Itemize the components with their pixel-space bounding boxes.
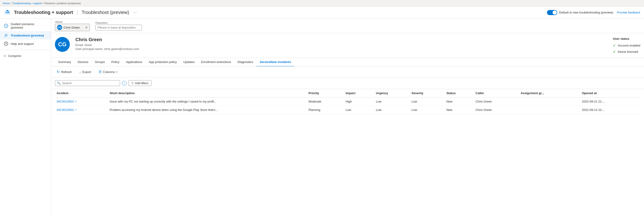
cell-assignment-0 xyxy=(519,97,580,106)
cell-severity-0: Low xyxy=(410,97,444,106)
user-status-right: User status ✓ Account enabled ✓ Intune l… xyxy=(613,37,640,54)
columns-label: Columns xyxy=(103,70,115,74)
guided-scenarios-icon xyxy=(4,23,8,28)
search-input[interactable] xyxy=(62,81,109,85)
tab-summary[interactable]: Summary xyxy=(55,58,74,66)
tab-app-protection[interactable]: App protection policy xyxy=(146,58,180,66)
search-input-wrap[interactable]: 🔍 xyxy=(55,80,120,86)
toolbar: ↻ Refresh ↓ Export ☰ Columns ▾ xyxy=(51,66,644,77)
tab-diagnostics[interactable]: Diagnostics xyxy=(234,58,256,66)
header-divider: | xyxy=(77,10,78,15)
sidebar-label-guided: Guided scenarios (preview) xyxy=(11,22,47,29)
add-filters-button[interactable]: ▽ Add filters xyxy=(128,80,152,86)
search-icon: 🔍 xyxy=(57,81,61,85)
collapse-toggle[interactable]: « Comprimi xyxy=(0,52,51,60)
cell-description-0: Issue with my PC not starting up correct… xyxy=(108,97,307,106)
device-filter-input[interactable] xyxy=(96,25,142,30)
sidebar-label-help: Help and support xyxy=(11,42,34,45)
export-button[interactable]: ↓ Export xyxy=(78,69,93,75)
provide-feedback-link[interactable]: Provide feedback xyxy=(617,11,640,14)
device-field-group: Dispositivo xyxy=(96,21,142,30)
col-status: Status xyxy=(444,89,474,97)
breadcrumb-current: Risolvere i problemi (anteprima) xyxy=(44,2,81,5)
header-subtitle: Troubleshoot (preview) xyxy=(82,10,129,15)
table-body: INC0010003 ↗ Issue with my PC not starti… xyxy=(55,97,640,114)
tab-updates[interactable]: Updates xyxy=(180,58,198,66)
user-chip-clear[interactable]: ✕ xyxy=(85,26,88,29)
status-account-label: Account enabled xyxy=(618,44,640,47)
cell-caller-0: Chris Green xyxy=(474,97,519,106)
tabs-bar: Summary Devices Groups Policy Applicatio… xyxy=(51,58,644,66)
cell-opened-0: 2022-09-21 21:... xyxy=(580,97,640,106)
cell-caller-1: Chris Green xyxy=(474,106,519,114)
incident-link-0[interactable]: INC0010003 ↗ xyxy=(57,100,106,103)
user-chip[interactable]: CG Chris Green ✕ xyxy=(55,24,90,31)
breadcrumb-bar: Home / Troubleshooting + support / Risol… xyxy=(0,0,644,6)
more-options-button[interactable]: ··· xyxy=(134,10,137,15)
refresh-button[interactable]: ↻ Refresh xyxy=(55,69,74,75)
tab-groups[interactable]: Groups xyxy=(92,58,108,66)
cell-status-0: New xyxy=(444,97,474,106)
export-label: Export xyxy=(82,70,91,74)
col-opened: Opened at xyxy=(580,89,640,97)
col-urgency: Urgency xyxy=(374,89,410,97)
columns-button[interactable]: ☰ Columns ▾ xyxy=(97,69,119,75)
cell-incident-1: INC0010002 ↗ xyxy=(55,106,108,114)
header-right: Default to new troubleshooting (preview)… xyxy=(547,10,640,15)
table-row: INC0010002 ↗ Problem accessing my Androi… xyxy=(55,106,640,114)
search-section: 🔍 i ▽ Add filters xyxy=(51,77,644,89)
external-link-icon-0: ↗ xyxy=(75,100,76,103)
help-icon: ? xyxy=(4,41,8,46)
user-upn: User principal name: chris.green@contoso… xyxy=(76,47,607,51)
tab-devices[interactable]: Devices xyxy=(74,58,92,66)
col-priority: Priority xyxy=(307,89,344,97)
tab-policy[interactable]: Policy xyxy=(108,58,123,66)
check-icon-intune: ✓ xyxy=(613,49,616,54)
header-title: Troubleshooting + support xyxy=(14,10,73,15)
col-assignment: Assignment gr... xyxy=(519,89,580,97)
cell-urgency-0: Low xyxy=(374,97,410,106)
tab-enrollment[interactable]: Enrollment restrictions xyxy=(198,58,234,66)
user-field-label: Utente xyxy=(55,20,90,23)
external-link-icon-1: ↗ xyxy=(75,109,76,111)
sort-icon-incident[interactable]: ↓ xyxy=(69,92,70,95)
breadcrumb-home[interactable]: Home xyxy=(3,2,10,5)
user-avatar: CG xyxy=(55,37,70,52)
breadcrumb-troubleshooting[interactable]: Troubleshooting + support xyxy=(12,2,42,5)
sidebar-item-troubleshoot[interactable]: Troubleshoot (preview) xyxy=(0,31,51,39)
content-area: Utente CG Chris Green ✕ Dispositivo CG C… xyxy=(51,18,644,216)
add-filters-label: Add filters xyxy=(135,81,148,85)
collapse-label: Comprimi xyxy=(8,54,21,58)
refresh-label: Refresh xyxy=(61,70,72,74)
sidebar-item-guided-scenarios[interactable]: Guided scenarios (preview) xyxy=(0,20,51,31)
cell-priority-0: Moderate xyxy=(307,97,344,106)
user-field-group: Utente CG Chris Green ✕ xyxy=(55,20,90,31)
cell-incident-0: INC0010003 ↗ xyxy=(55,97,108,106)
col-severity: Severity xyxy=(410,89,444,97)
default-troubleshooting-toggle[interactable] xyxy=(547,10,557,15)
sidebar: Guided scenarios (preview) Troubleshoot … xyxy=(0,18,51,216)
cell-description-1: Problem accessing my Android device when… xyxy=(108,106,307,114)
incident-link-1[interactable]: INC0010002 ↗ xyxy=(57,108,106,112)
sidebar-item-help-support[interactable]: ? Help and support xyxy=(0,39,51,48)
col-description: Short description xyxy=(108,89,307,97)
toggle-thumb xyxy=(552,10,557,15)
tab-servicenow[interactable]: ServiceNow incidents xyxy=(256,58,294,66)
sidebar-collapse-btn[interactable]: « Comprimi xyxy=(0,50,51,60)
user-chip-avatar: CG xyxy=(57,25,62,30)
email-label: Email: xyxy=(76,43,84,47)
cell-impact-0: High xyxy=(344,97,374,106)
app-icon xyxy=(4,9,11,16)
user-name-large: Chris Green xyxy=(76,37,607,42)
export-icon: ↓ xyxy=(79,70,81,74)
tab-applications[interactable]: Applications xyxy=(122,58,146,66)
col-caller: Caller xyxy=(474,89,519,97)
col-incident: Incident ↓ xyxy=(55,89,108,97)
cell-assignment-1 xyxy=(519,106,580,114)
columns-chevron: ▾ xyxy=(116,71,118,73)
user-device-bar: Utente CG Chris Green ✕ Dispositivo xyxy=(51,18,644,33)
search-info-button[interactable]: i xyxy=(122,81,126,86)
col-impact: Impact xyxy=(344,89,374,97)
status-intune-licensed: ✓ Intune licensed xyxy=(613,49,640,54)
columns-icon: ☰ xyxy=(99,70,102,74)
